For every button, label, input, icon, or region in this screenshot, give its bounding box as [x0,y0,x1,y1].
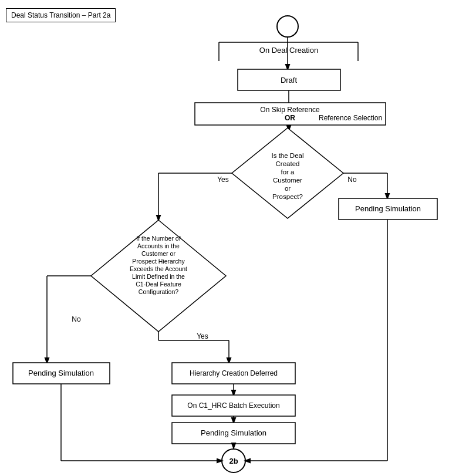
diamond-accounts-line1: If the Number of [136,235,180,242]
skip-reference-or: OR [285,114,295,122]
start-circle [277,16,298,37]
pending-sim-right-label: Pending Simulation [355,204,421,213]
diamond-accounts-line3: Customer or [141,250,175,257]
diamond-accounts-line5: Exceeds the Account [130,265,187,272]
c1hrc-label: On C1_HRC Batch Execution [187,401,279,410]
node-2b-label: 2b [229,457,238,465]
yes-left-label: Yes [217,175,229,184]
on-deal-creation-label: On Deal Creation [259,46,318,55]
diamond-accounts-line8: Configuration? [139,288,178,295]
draft-label: Draft [281,76,298,85]
flowchart: Draft On Skip Reference OR Reference Sel… [0,0,476,476]
hierarchy-deferred-label: Hierarchy Creation Deferred [190,369,278,377]
pending-sim-bottom-label: Pending Simulation [201,428,266,437]
skip-reference-label: On Skip Reference [260,106,320,114]
diamond-customer-line6: Prospect? [272,193,303,200]
no-bottom-label: No [72,315,81,323]
diamond-accounts-line2: Accounts in the [137,242,180,249]
yes-bottom-label: Yes [197,332,208,340]
diamond-accounts-line7: C1-Deal Feature [136,281,181,288]
diamond-customer-line4: Customer [273,177,302,184]
diamond-customer-line2: Created [276,160,300,167]
skip-reference-label2: Reference Selection [319,114,382,122]
diamond-accounts-line4: Prospect Hierarchy [132,258,185,265]
diamond-customer-line3: for a [281,168,295,175]
diamond-customer-line5: or [285,185,291,192]
pending-sim-left-label: Pending Simulation [28,369,94,377]
diamond-customer-line1: Is the Deal [272,152,304,159]
diagram-container: Deal Status Transition – Part 2a Draft O… [0,0,476,476]
no-right-label: No [347,175,357,184]
diamond-accounts-line6: Limit Defined in the [132,273,185,280]
